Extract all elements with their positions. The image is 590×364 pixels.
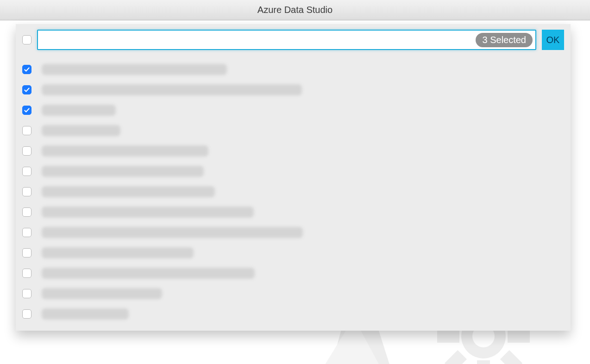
search-input[interactable]	[41, 31, 476, 49]
item-checkbox[interactable]	[22, 289, 31, 298]
search-field-wrap: 3 Selected	[37, 30, 536, 50]
window-titlebar: Azure Data Studio	[0, 0, 590, 20]
item-label	[42, 227, 303, 238]
list-item[interactable]	[22, 120, 564, 141]
list-item[interactable]	[22, 141, 564, 161]
item-label	[42, 166, 204, 177]
item-label	[42, 308, 129, 320]
item-label	[42, 145, 208, 157]
list-item[interactable]	[22, 182, 564, 202]
item-checkbox[interactable]	[22, 65, 31, 74]
item-checkbox[interactable]	[22, 187, 31, 196]
item-label	[42, 268, 255, 279]
item-checkbox[interactable]	[22, 85, 31, 94]
item-checkbox[interactable]	[22, 207, 31, 217]
item-label	[42, 247, 194, 258]
item-checkbox[interactable]	[22, 106, 31, 115]
item-checkbox[interactable]	[22, 126, 31, 135]
quickpick-panel: 3 Selected OK	[16, 24, 571, 331]
selected-count-pill: 3 Selected	[476, 33, 533, 47]
list-item[interactable]	[22, 283, 564, 304]
item-label	[42, 84, 302, 95]
item-checkbox[interactable]	[22, 248, 31, 257]
item-label	[42, 64, 227, 75]
item-checkbox[interactable]	[22, 146, 31, 156]
window-title: Azure Data Studio	[257, 5, 333, 15]
quickpick-list	[22, 56, 564, 324]
item-checkbox[interactable]	[22, 309, 31, 319]
svg-rect-6	[437, 330, 459, 343]
svg-rect-7	[508, 330, 530, 343]
item-label	[42, 288, 162, 299]
list-item[interactable]	[22, 304, 564, 324]
item-checkbox[interactable]	[22, 269, 31, 278]
item-checkbox[interactable]	[22, 167, 31, 176]
quickpick-header: 3 Selected OK	[22, 30, 564, 50]
item-label	[42, 207, 254, 218]
list-item[interactable]	[22, 161, 564, 182]
list-item[interactable]	[22, 222, 564, 243]
select-all-checkbox[interactable]	[22, 35, 31, 44]
item-label	[42, 186, 215, 197]
item-label	[42, 105, 116, 116]
list-item[interactable]	[22, 202, 564, 222]
item-label	[42, 125, 120, 136]
item-checkbox[interactable]	[22, 228, 31, 237]
svg-rect-11	[445, 350, 467, 364]
ok-button[interactable]: OK	[542, 30, 564, 50]
list-item[interactable]	[22, 80, 564, 100]
list-item[interactable]	[22, 263, 564, 283]
list-item[interactable]	[22, 100, 564, 120]
svg-rect-9	[500, 350, 522, 364]
svg-rect-5	[477, 360, 490, 364]
list-item[interactable]	[22, 243, 564, 263]
list-item[interactable]	[22, 59, 564, 80]
